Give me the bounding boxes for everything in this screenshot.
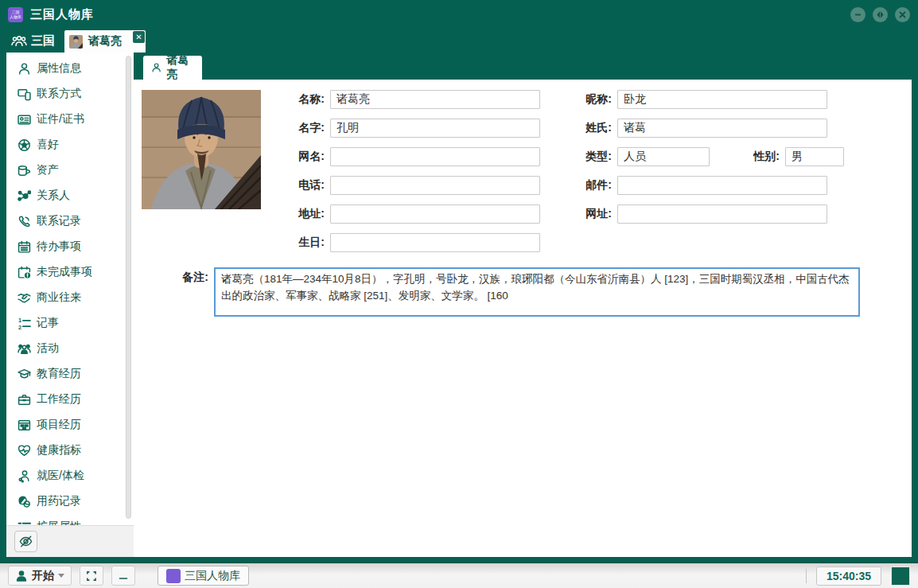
graduation-cap-icon	[18, 368, 31, 381]
type-input[interactable]	[617, 147, 710, 166]
sidebar-item-label: 联系方式	[37, 87, 81, 101]
birthday-input[interactable]	[330, 233, 540, 252]
window-titlebar: 三国人物库 三国人物库	[0, 0, 918, 29]
taskbar-item-app[interactable]: 三国人物库	[158, 566, 249, 586]
sidebar-item-hobbies[interactable]: 喜好	[6, 132, 134, 158]
sidebar-item-business[interactable]: 商业往来	[6, 285, 134, 310]
chevron-down-icon	[58, 574, 64, 578]
nickname-label: 昵称:	[572, 92, 612, 107]
gender-label: 性别:	[745, 150, 780, 164]
sidebar-scrollbar[interactable]	[126, 56, 131, 519]
net-name-input[interactable]	[330, 147, 540, 166]
gender-input[interactable]	[785, 147, 844, 166]
form-right-column: 昵称: 姓氏: 类型: 性别: 邮件: 网址:	[572, 90, 844, 262]
sidebar-item-education[interactable]: 教育经历	[6, 361, 134, 387]
minimize-all-button[interactable]	[111, 566, 135, 586]
close-tab-icon[interactable]: ✕	[133, 31, 145, 43]
phone-icon	[18, 215, 31, 228]
website-input[interactable]	[617, 204, 827, 224]
home-tab-label: 三国	[31, 33, 55, 49]
start-button[interactable]: 开始	[8, 566, 72, 586]
tab-home[interactable]: 三国	[0, 33, 64, 53]
close-window-button[interactable]	[895, 7, 910, 22]
nickname-input[interactable]	[617, 90, 827, 109]
sidebar-item-label: 商业往来	[37, 290, 81, 305]
form-left-column: 名称: 名字: 网名: 电话: 地址: 生日:	[285, 90, 540, 262]
sidebar-item-health[interactable]: 健康指标	[6, 438, 134, 463]
sidebar-item-extended[interactable]: 扩展属性	[6, 514, 134, 525]
sidebar-menu: 属性信息 联系方式 证件/证书 喜好 资产 关系人	[6, 53, 134, 525]
content-tab-zhuge-liang[interactable]: 诸葛亮	[143, 56, 202, 80]
calendar-alert-icon	[18, 266, 31, 279]
sidebar: 属性信息 联系方式 证件/证书 喜好 资产 关系人	[0, 53, 134, 557]
sidebar-item-label: 属性信息	[37, 61, 81, 76]
sidebar-item-medical[interactable]: 就医/体检	[6, 463, 134, 489]
taskbar-clock: 15:40:35	[816, 567, 881, 586]
coins-icon	[18, 164, 31, 177]
sidebar-item-label: 资产	[37, 163, 59, 177]
given-name-label: 名字:	[285, 121, 325, 135]
devices-icon	[18, 88, 31, 101]
tab-zhuge-liang[interactable]: 诸葛亮 ✕	[64, 30, 146, 53]
sidebar-item-contact-info[interactable]: 联系方式	[6, 81, 134, 107]
sidebar-item-label: 项目经历	[37, 418, 81, 432]
sidebar-item-label: 教育经历	[37, 367, 81, 381]
handshake-icon	[18, 291, 31, 305]
sidebar-item-unfinished[interactable]: 未完成事项	[6, 259, 134, 285]
minimize-icon	[119, 570, 128, 582]
briefcase-icon	[18, 393, 31, 407]
address-label: 地址:	[285, 207, 325, 221]
sidebar-item-assets[interactable]: 资产	[6, 158, 134, 183]
numbered-list-icon: 12	[18, 317, 31, 330]
website-label: 网址:	[572, 207, 612, 221]
sidebar-item-label: 就医/体检	[37, 469, 84, 483]
sidebar-item-activities[interactable]: 活动	[6, 336, 134, 361]
sidebar-item-contact-records[interactable]: 联系记录	[6, 208, 134, 234]
remark-textarea[interactable]: 诸葛亮（181年—234年10月8日），字孔明，号卧龙，汉族，琅琊阳都（今山东省…	[214, 267, 860, 317]
fullscreen-button[interactable]	[80, 566, 103, 586]
sidebar-item-label: 关系人	[37, 189, 70, 203]
sidebar-item-projects[interactable]: 项目经历	[6, 412, 134, 438]
sidebar-item-label: 活动	[37, 341, 59, 356]
sidebar-item-label: 扩展属性	[37, 520, 81, 525]
surname-input[interactable]	[617, 119, 827, 138]
sidebar-item-label: 未完成事项	[37, 265, 92, 279]
toggle-visibility-button[interactable]	[14, 531, 37, 552]
window-tab-bar: 三国 诸葛亮 ✕	[0, 29, 918, 53]
sidebar-item-label: 记事	[37, 316, 59, 330]
phone-label: 电话:	[285, 178, 325, 193]
sidebar-item-label: 用药记录	[37, 494, 81, 508]
person-detail-form: 名称: 名字: 网名: 电话: 地址: 生日: 昵称: 姓氏: 类型: 性别:	[134, 80, 912, 557]
address-input[interactable]	[330, 204, 540, 224]
birthday-label: 生日:	[285, 236, 325, 250]
surname-label: 姓氏:	[572, 121, 612, 135]
phone-input[interactable]	[330, 176, 540, 195]
sidebar-item-certificates[interactable]: 证件/证书	[6, 107, 134, 132]
email-input[interactable]	[617, 176, 827, 195]
sidebar-item-relations[interactable]: 关系人	[6, 183, 134, 208]
net-name-label: 网名:	[285, 150, 325, 164]
sidebar-item-todo[interactable]: 待办事项	[6, 234, 134, 259]
sidebar-item-notes[interactable]: 12 记事	[6, 310, 134, 336]
sidebar-item-label: 工作经历	[37, 392, 81, 407]
name-input[interactable]	[330, 90, 540, 109]
user-icon	[15, 570, 28, 582]
sidebar-item-attributes[interactable]: 属性信息	[6, 56, 134, 81]
soccer-icon	[18, 138, 31, 152]
name-label: 名称:	[285, 92, 325, 107]
maximize-window-button[interactable]	[873, 7, 888, 22]
person-icon	[18, 62, 31, 76]
sidebar-item-work[interactable]: 工作经历	[6, 387, 134, 412]
email-label: 邮件:	[572, 178, 612, 193]
minimize-window-button[interactable]	[850, 7, 865, 22]
show-desktop-button[interactable]	[891, 567, 910, 586]
content-tab-strip: 诸葛亮	[134, 53, 912, 80]
app-title: 三国人物库	[30, 7, 94, 22]
start-button-label: 开始	[32, 569, 54, 583]
taskbar-divider	[806, 569, 807, 583]
given-name-input[interactable]	[330, 119, 540, 138]
sidebar-item-medication[interactable]: 用药记录	[6, 489, 134, 514]
id-card-icon	[18, 113, 31, 127]
eye-slash-icon	[18, 534, 33, 549]
content-tab-label: 诸葛亮	[166, 53, 194, 82]
